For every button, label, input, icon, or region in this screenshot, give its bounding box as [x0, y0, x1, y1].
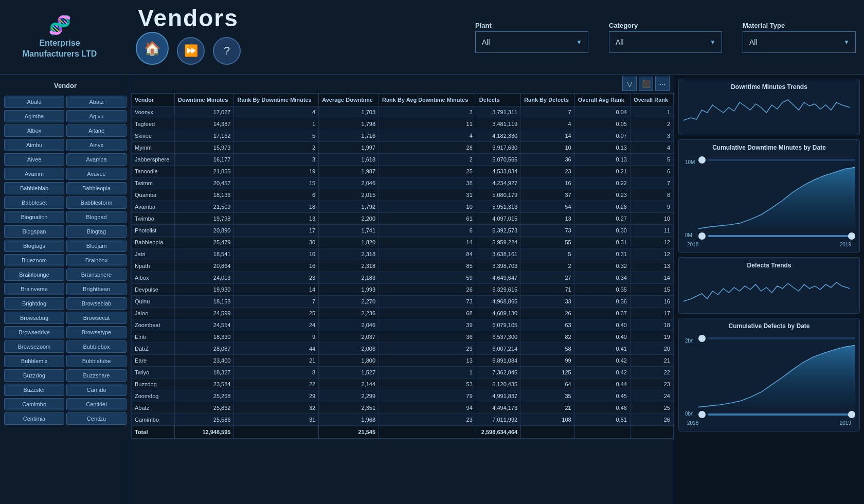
table-row[interactable]: Skivee17,16251,71644,182,330140.073 — [132, 130, 674, 142]
table-row[interactable]: Avamba21,509181,792105,951,313540.269 — [132, 201, 674, 213]
vendor-btn[interactable]: Avavee — [66, 168, 127, 180]
vendor-btn[interactable]: Browsetype — [66, 326, 127, 338]
table-row[interactable]: Voonyx17,02741,70333,791,31170.041 — [132, 106, 674, 118]
vendor-btn[interactable]: Abala — [4, 96, 64, 108]
defects-slider-bottom[interactable] — [698, 410, 855, 419]
vendor-btn[interactable]: Bluezoom — [4, 254, 64, 266]
vendor-btn[interactable]: Centizu — [66, 412, 127, 425]
filter-toolbar-btn[interactable]: ▽ — [622, 77, 637, 91]
table-cell: 1,987 — [319, 166, 379, 177]
forward-button[interactable]: ⏩ — [177, 37, 205, 65]
table-row[interactable]: Devpulse19,930141,993266,329,615710.3515 — [132, 284, 674, 296]
vendor-btn[interactable]: Blogtags — [4, 240, 64, 252]
vendor-btn[interactable]: Browsecat — [66, 312, 127, 324]
vendor-btn[interactable]: Browsezoom — [4, 340, 64, 353]
vendor-btn[interactable]: Blogtag — [66, 225, 127, 238]
table-row[interactable]: Jatri18,541102,318843,638,16150.3112 — [132, 248, 674, 260]
table-row[interactable]: Jaloo24,599252,236684,609,130260.3717 — [132, 308, 674, 319]
vendor-btn[interactable]: Babbleblab — [4, 182, 64, 194]
svg-marker-1 — [698, 345, 855, 407]
table-header-cell: Vendor — [132, 94, 175, 106]
table-row[interactable]: Einti18,33092,037366,537,300820.4019 — [132, 331, 674, 343]
more-toolbar-btn[interactable]: ··· — [655, 77, 670, 91]
table-row[interactable]: Abatz25,862322,351944,494,173210.4625 — [132, 402, 674, 414]
vendor-btn[interactable]: Blogpad — [66, 211, 127, 223]
table-scroll[interactable]: VendorDowntime MinutesRank By Downtime M… — [131, 93, 674, 504]
table-row[interactable]: Albox24,013232,183594,649,647270.3414 — [132, 272, 674, 284]
category-select[interactable]: All — [609, 31, 722, 53]
home-button[interactable]: 🏠 — [136, 32, 169, 65]
table-cell: 1 — [379, 367, 476, 379]
vendor-btn[interactable]: Browsebug — [4, 312, 64, 324]
export-toolbar-btn[interactable]: ⬛ — [639, 77, 653, 91]
downtime-slider-top[interactable] — [698, 155, 855, 165]
vendor-btn[interactable]: Brainlounge — [4, 268, 64, 281]
table-row[interactable]: Babbleopia25,479301,820145,959,224550.31… — [132, 237, 674, 248]
table-row[interactable]: Quinu18,15872,270734,968,865330.3616 — [132, 296, 674, 308]
vendor-btn[interactable]: Avamba — [66, 153, 127, 166]
help-button[interactable]: ? — [213, 37, 241, 65]
vendor-btn[interactable]: Buzzshare — [66, 369, 127, 382]
table-cell: Jabbersphere — [132, 154, 175, 166]
table-row[interactable]: Zoomdog25,268292,299794,991,837350.4524 — [132, 390, 674, 402]
table-row[interactable]: Photolist20,890171,74166,392,573730.3011 — [132, 225, 674, 237]
table-cell: Quamba — [132, 189, 175, 201]
vendor-btn[interactable]: Brightbean — [66, 283, 127, 295]
vendor-btn[interactable]: Bubbletube — [66, 355, 127, 367]
table-row[interactable]: Twimm20,457152,046384,234,927160.227 — [132, 177, 674, 189]
vendor-btn[interactable]: Centimia — [4, 412, 64, 425]
table-row[interactable]: Tanoodle21,855191,987254,533,034230.216 — [132, 166, 674, 177]
table-row[interactable]: Eare23,400211,800136,891,084990.4221 — [132, 355, 674, 367]
plant-select[interactable]: All — [475, 31, 588, 53]
table-cell: 17 — [234, 225, 319, 237]
table-cell: 20,864 — [175, 260, 234, 272]
vendor-btn[interactable]: Centidel — [66, 398, 127, 410]
vendor-btn[interactable]: Bubblemix — [4, 355, 64, 367]
table-cell: 3,917,630 — [476, 142, 520, 154]
vendor-btn[interactable]: Babbleset — [4, 196, 64, 209]
table-row[interactable]: Twiyo18,32781,52717,362,8451250.4222 — [132, 367, 674, 379]
vendor-btn[interactable]: Aivee — [4, 153, 64, 166]
vendor-btn[interactable]: Babbleopia — [66, 182, 127, 194]
vendor-btn[interactable]: Bluejam — [66, 240, 127, 252]
vendor-btn[interactable]: Agimba — [4, 110, 64, 122]
vendor-btn[interactable]: Browsedrive — [4, 326, 64, 338]
vendor-btn[interactable]: Aimbu — [4, 139, 64, 151]
table-row[interactable]: Npath20,864162,318853,398,70320.3213 — [132, 260, 674, 272]
table-row[interactable]: Twimbo19,798132,200614,097,015130.2710 — [132, 213, 674, 225]
vendor-btn[interactable]: Camido — [66, 384, 127, 396]
table-row[interactable]: Tagfeed14,38711,798113,481,11940.052 — [132, 118, 674, 130]
vendor-btn[interactable]: Albox — [4, 124, 64, 137]
downtime-slider-bottom[interactable] — [698, 231, 855, 241]
vendor-btn[interactable]: Brainsphere — [66, 268, 127, 281]
vendor-btn[interactable]: Agivu — [66, 110, 127, 122]
table-cell: 33 — [521, 296, 575, 308]
cumulative-defects-title: Cumulative Defects by Date — [683, 322, 855, 330]
vendor-btn[interactable]: Blognation — [4, 211, 64, 223]
table-row[interactable]: Zoombeat24,554242,046396,079,105630.4018 — [132, 319, 674, 331]
vendor-btn[interactable]: Blogspan — [4, 225, 64, 238]
vendor-btn[interactable]: Camimbo — [4, 398, 64, 410]
vendor-btn[interactable]: Abatz — [66, 96, 127, 108]
vendor-btn[interactable]: Browseblab — [66, 297, 127, 310]
table-row[interactable]: Mymm15,97321,997283,917,630100.134 — [132, 142, 674, 154]
vendor-btn[interactable]: Brainverse — [4, 283, 64, 295]
vendor-btn[interactable]: Aitane — [66, 124, 127, 137]
vendor-btn[interactable]: Bubblebox — [66, 340, 127, 353]
table-row[interactable]: Camimbo25,586311,968237,011,9921080.5126 — [132, 414, 674, 426]
defects-slider-top[interactable] — [698, 334, 855, 343]
table-row[interactable]: Jabbersphere16,17731,61825,070,565360.13… — [132, 154, 674, 166]
table-row[interactable]: DabZ28,087442,006296,007,214580.4120 — [132, 343, 674, 355]
table-row[interactable]: Buzzdog23,584222,144536,120,435640.4423 — [132, 379, 674, 390]
table-cell: 0.26 — [574, 201, 630, 213]
vendor-btn[interactable]: Babblestorm — [66, 196, 127, 209]
vendor-btn[interactable]: Ainyx — [66, 139, 127, 151]
table-cell: 19 — [234, 166, 319, 177]
table-row[interactable]: Quamba18,13662,015315,080,179370.238 — [132, 189, 674, 201]
material-type-select[interactable]: All — [743, 31, 856, 53]
vendor-btn[interactable]: Buzzdog — [4, 369, 64, 382]
vendor-btn[interactable]: Brainbox — [66, 254, 127, 266]
vendor-btn[interactable]: Avamm — [4, 168, 64, 180]
vendor-btn[interactable]: Brightdog — [4, 297, 64, 310]
vendor-btn[interactable]: Buzzsler — [4, 384, 64, 396]
